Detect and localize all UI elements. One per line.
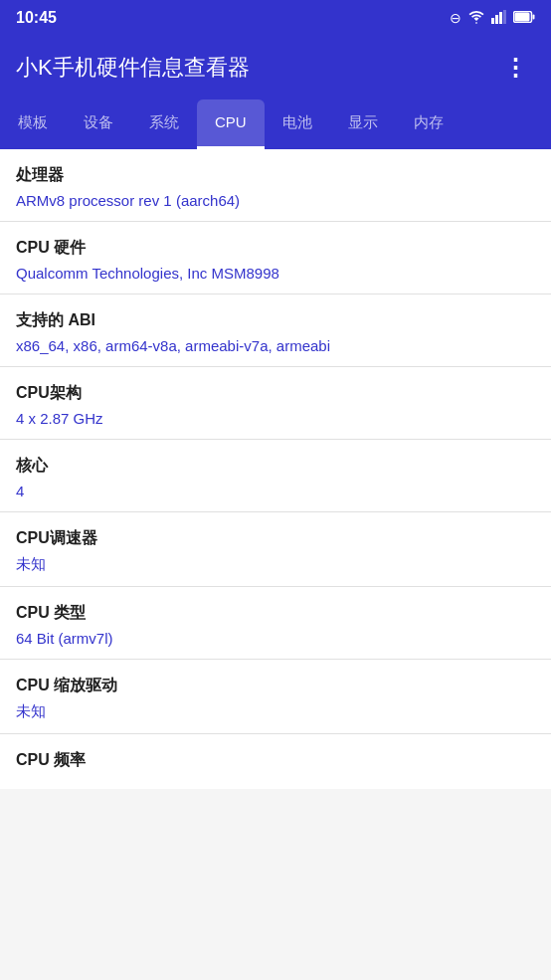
svg-rect-0 <box>491 18 494 24</box>
info-row-cores: 核心 4 <box>0 440 551 512</box>
svg-rect-1 <box>495 15 498 24</box>
info-row-cpu-hardware: CPU 硬件 Qualcomm Technologies, Inc MSM899… <box>0 222 551 294</box>
dnd-icon: ⊖ <box>450 10 461 26</box>
value-processor: ARMv8 processor rev 1 (aarch64) <box>16 192 535 209</box>
value-cores: 4 <box>16 483 535 499</box>
label-cpu-scaling: CPU 缩放驱动 <box>16 676 535 696</box>
status-time: 10:45 <box>16 9 57 27</box>
label-cores: 核心 <box>16 456 535 477</box>
info-row-abi: 支持的 ABI x86_64, x86, arm64-v8a, armeabi-… <box>0 294 551 367</box>
label-governor: CPU调速器 <box>16 528 535 549</box>
tab-system[interactable]: 系统 <box>131 99 197 149</box>
value-cpu-scaling: 未知 <box>16 702 535 721</box>
value-cpu-hardware: Qualcomm Technologies, Inc MSM8998 <box>16 265 535 282</box>
app-bar: 小K手机硬件信息查看器 ⋮ <box>0 36 551 99</box>
status-bar: 10:45 ⊖ <box>0 0 551 36</box>
label-cpu-hardware: CPU 硬件 <box>16 238 535 259</box>
info-row-processor: 处理器 ARMv8 processor rev 1 (aarch64) <box>0 149 551 222</box>
tab-cpu[interactable]: CPU <box>197 99 265 149</box>
tab-device[interactable]: 设备 <box>66 99 131 149</box>
info-row-cpu-arch: CPU架构 4 x 2.87 GHz <box>0 367 551 440</box>
tab-template[interactable]: 模板 <box>0 99 66 149</box>
svg-rect-3 <box>503 10 506 24</box>
label-cpu-freq: CPU 频率 <box>16 750 535 771</box>
value-cpu-type: 64 Bit (armv7l) <box>16 630 535 647</box>
label-cpu-type: CPU 类型 <box>16 603 535 624</box>
more-options-button[interactable]: ⋮ <box>495 46 535 90</box>
info-row-governor: CPU调速器 未知 <box>0 512 551 587</box>
status-icons: ⊖ <box>450 10 535 27</box>
info-row-cpu-scaling: CPU 缩放驱动 未知 <box>0 660 551 734</box>
label-abi: 支持的 ABI <box>16 310 535 331</box>
svg-rect-2 <box>499 12 502 24</box>
value-governor: 未知 <box>16 555 535 574</box>
content-area: 处理器 ARMv8 processor rev 1 (aarch64) CPU … <box>0 149 551 789</box>
info-row-cpu-type: CPU 类型 64 Bit (armv7l) <box>0 587 551 660</box>
value-cpu-arch: 4 x 2.87 GHz <box>16 410 535 427</box>
app-title: 小K手机硬件信息查看器 <box>16 53 250 83</box>
tab-battery[interactable]: 电池 <box>265 99 330 149</box>
tab-display[interactable]: 显示 <box>330 99 396 149</box>
label-processor: 处理器 <box>16 165 535 186</box>
svg-rect-6 <box>515 13 530 22</box>
battery-icon <box>513 10 535 26</box>
value-abi: x86_64, x86, arm64-v8a, armeabi-v7a, arm… <box>16 337 535 354</box>
tab-bar: 模板 设备 系统 CPU 电池 显示 内存 <box>0 99 551 149</box>
svg-rect-5 <box>533 15 535 20</box>
wifi-icon <box>467 10 485 27</box>
info-row-cpu-freq: CPU 频率 <box>0 734 551 789</box>
tab-memory[interactable]: 内存 <box>396 99 461 149</box>
signal-icon <box>491 10 507 27</box>
label-cpu-arch: CPU架构 <box>16 383 535 404</box>
